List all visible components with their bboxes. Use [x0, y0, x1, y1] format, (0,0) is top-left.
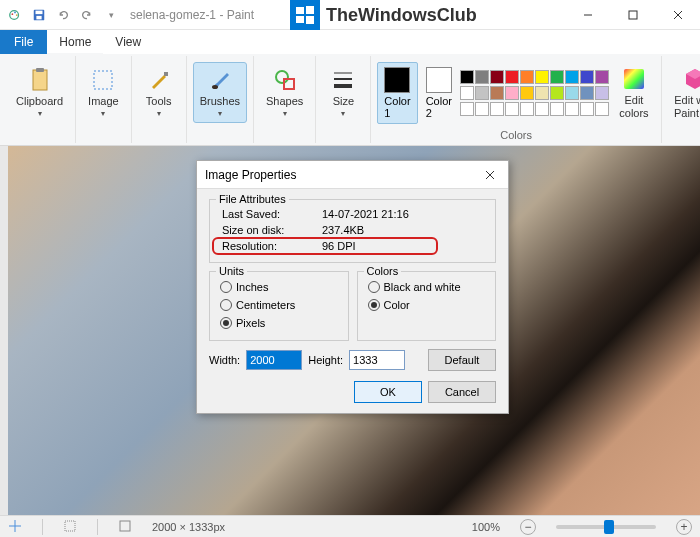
save-icon[interactable]: [28, 4, 50, 26]
size-on-disk-value: 237.4KB: [322, 224, 483, 236]
cancel-button[interactable]: Cancel: [428, 381, 496, 403]
color-radio[interactable]: Color: [366, 296, 488, 314]
units-legend: Units: [216, 265, 247, 277]
paste-button[interactable]: Clipboard▾: [10, 63, 69, 122]
width-input[interactable]: [246, 350, 302, 370]
ok-button[interactable]: OK: [354, 381, 422, 403]
ribbon-tabs: File Home View: [0, 30, 700, 54]
height-label: Height:: [308, 354, 343, 366]
default-button[interactable]: Default: [428, 349, 496, 371]
zoom-slider[interactable]: [556, 525, 656, 529]
svg-rect-9: [296, 16, 304, 23]
size-group: Size▾: [316, 56, 371, 143]
svg-rect-12: [629, 11, 637, 19]
brushes-button[interactable]: Brushes▾: [193, 62, 247, 123]
ribbon: Clipboard▾ Image▾ Tools▾ Brushes▾ Shapes…: [0, 54, 700, 146]
zoom-in-button[interactable]: +: [676, 519, 692, 535]
color2-button[interactable]: Color 2: [422, 65, 456, 121]
window-controls: [565, 0, 700, 30]
pixels-radio[interactable]: Pixels: [218, 314, 340, 332]
maximize-button[interactable]: [610, 0, 655, 30]
svg-rect-6: [36, 15, 41, 19]
dialog-close-button[interactable]: [480, 165, 500, 185]
quick-access-toolbar: ▾: [0, 4, 126, 26]
units-fieldset: Units Inches Centimeters Pixels: [209, 271, 349, 341]
titlebar: ▾ selena-gomez-1 - Paint TheWindowsClub: [0, 0, 700, 30]
colors-legend: Colors: [364, 265, 402, 277]
windows-logo-icon: [290, 0, 320, 30]
image-properties-dialog: Image Properties File Attributes Last Sa…: [196, 160, 509, 414]
minimize-button[interactable]: [565, 0, 610, 30]
select-button[interactable]: Image▾: [82, 63, 125, 122]
svg-point-20: [276, 71, 288, 83]
svg-rect-31: [120, 521, 130, 531]
bw-radio[interactable]: Black and white: [366, 278, 488, 296]
shapes-group: Shapes▾: [254, 56, 316, 143]
file-tab[interactable]: File: [0, 30, 47, 54]
dimensions-text: 2000 × 1333px: [152, 521, 225, 533]
edit-colors-button[interactable]: Edit colors: [613, 62, 655, 122]
svg-rect-10: [306, 16, 314, 24]
qat-customize-icon[interactable]: ▾: [100, 4, 122, 26]
paint3d-button[interactable]: Edit with Paint 3D: [668, 62, 700, 122]
svg-point-3: [16, 14, 18, 16]
inches-radio[interactable]: Inches: [218, 278, 340, 296]
close-button[interactable]: [655, 0, 700, 30]
svg-rect-18: [164, 72, 168, 76]
svg-rect-21: [284, 79, 294, 89]
paint-icon[interactable]: [4, 4, 26, 26]
brand-text: TheWindowsClub: [326, 5, 477, 26]
svg-rect-7: [296, 7, 304, 14]
zoom-out-button[interactable]: −: [520, 519, 536, 535]
brushes-group: Brushes▾: [187, 56, 254, 143]
dialog-titlebar[interactable]: Image Properties: [197, 161, 508, 189]
window-title: selena-gomez-1 - Paint: [126, 8, 254, 22]
dimensions-icon: [118, 519, 132, 535]
size-button[interactable]: Size▾: [322, 63, 364, 122]
svg-rect-15: [33, 70, 47, 90]
last-saved-label: Last Saved:: [222, 208, 322, 220]
height-input[interactable]: [349, 350, 405, 370]
color-palette[interactable]: [460, 70, 609, 116]
color1-button[interactable]: Color 1: [380, 65, 414, 121]
home-tab[interactable]: Home: [47, 30, 103, 54]
file-attributes-fieldset: File Attributes Last Saved:14-07-2021 21…: [209, 199, 496, 263]
shapes-button[interactable]: Shapes▾: [260, 63, 309, 122]
colors-fieldset: Colors Black and white Color: [357, 271, 497, 341]
width-label: Width:: [209, 354, 240, 366]
tools-button[interactable]: Tools▾: [138, 63, 180, 122]
redo-icon[interactable]: [76, 4, 98, 26]
paint3d-group: Edit with Paint 3D: [662, 56, 700, 143]
last-saved-value: 14-07-2021 21:16: [322, 208, 483, 220]
highlight-box: [212, 237, 438, 255]
svg-rect-25: [624, 69, 644, 89]
colors-group: Color 1 Color 2 Edit colors Colors: [371, 56, 662, 143]
undo-icon[interactable]: [52, 4, 74, 26]
dimensions-row: Width: Height: Default: [209, 349, 496, 371]
size-on-disk-label: Size on disk:: [222, 224, 322, 236]
cursor-position-icon: [8, 519, 22, 535]
zoom-thumb[interactable]: [604, 520, 614, 534]
zoom-text: 100%: [472, 521, 500, 533]
view-tab[interactable]: View: [103, 30, 153, 54]
clipboard-label: [38, 127, 41, 141]
file-attributes-legend: File Attributes: [216, 193, 289, 205]
selection-icon: [63, 519, 77, 535]
svg-rect-17: [94, 71, 112, 89]
clipboard-group: Clipboard▾: [4, 56, 76, 143]
svg-point-1: [12, 13, 14, 15]
svg-rect-16: [36, 68, 44, 72]
image-group: Image▾: [76, 56, 132, 143]
svg-rect-8: [306, 6, 314, 14]
vertical-ruler: [0, 146, 8, 516]
colors-group-label: Colors: [500, 127, 532, 141]
svg-point-2: [14, 11, 16, 13]
svg-point-19: [212, 85, 218, 89]
svg-rect-30: [65, 521, 75, 531]
dialog-title: Image Properties: [205, 168, 296, 182]
svg-rect-5: [36, 10, 43, 14]
brand-overlay: TheWindowsClub: [290, 0, 477, 30]
tools-group: Tools▾: [132, 56, 187, 143]
centimeters-radio[interactable]: Centimeters: [218, 296, 340, 314]
statusbar: 2000 × 1333px 100% − +: [0, 515, 700, 537]
